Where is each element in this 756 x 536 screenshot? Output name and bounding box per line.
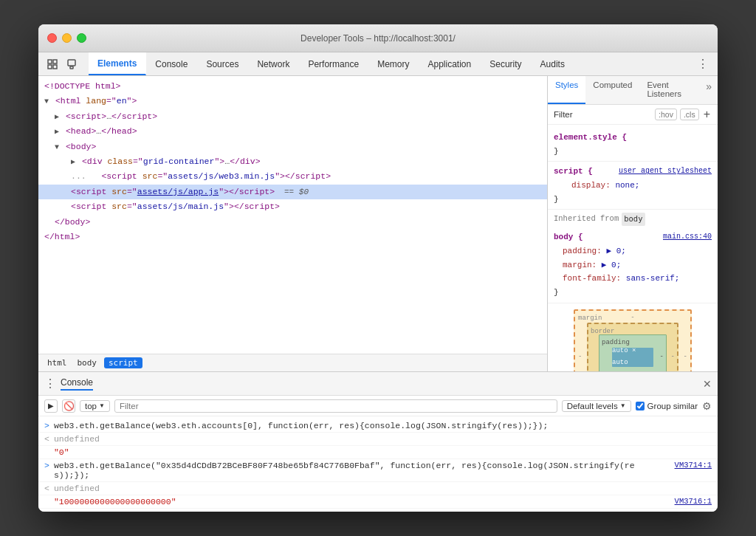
- styles-tabs: Styles Computed Event Listeners »: [548, 76, 718, 105]
- console-source-2[interactable]: VM3716:1: [675, 497, 712, 506]
- title-bar: Developer Tools – http://localhost:3001/: [38, 24, 718, 52]
- more-tabs-icon[interactable]: ⋮: [694, 57, 712, 71]
- add-style-icon[interactable]: +: [702, 108, 712, 121]
- inherited-from-label: Inherited from body: [548, 210, 718, 227]
- main-tabs: Elements Console Sources Network Perform…: [89, 52, 574, 75]
- html-triangle[interactable]: [44, 97, 49, 106]
- console-run-button[interactable]: ▶: [44, 399, 58, 413]
- group-similar-option: Group similar: [636, 402, 698, 410]
- box-content: auto × auto: [612, 348, 653, 367]
- style-block-script: script { user agent stylesheet display: …: [548, 162, 718, 210]
- chevron-down-icon: ▼: [99, 402, 105, 409]
- svg-rect-3: [53, 65, 57, 69]
- tree-div-grid[interactable]: <div class="grid-container">…</div>: [38, 154, 547, 169]
- tab-computed[interactable]: Computed: [585, 76, 639, 104]
- tab-network[interactable]: Network: [248, 52, 299, 75]
- console-entry-3: "0": [38, 446, 718, 459]
- script-source[interactable]: user agent stylesheet: [619, 165, 712, 177]
- group-similar-checkbox[interactable]: [636, 402, 645, 410]
- head-triangle[interactable]: [55, 128, 59, 136]
- tree-script-main[interactable]: <script src="assets/js/main.js"></script…: [38, 199, 547, 214]
- style-block-element: element.style { }: [548, 128, 718, 162]
- body-triangle[interactable]: [55, 143, 59, 151]
- tree-script-inline[interactable]: <script>…</script>: [38, 109, 547, 124]
- console-entry-1: > web3.eth.getBalance(web3.eth.accounts[…: [38, 419, 718, 433]
- tab-memory[interactable]: Memory: [368, 52, 419, 75]
- styles-filter-bar: Filter :hov .cls +: [548, 105, 718, 125]
- body-selector: body {: [554, 233, 583, 241]
- tree-html[interactable]: <html lang="en">: [38, 94, 547, 109]
- elements-tree[interactable]: <!DOCTYPE html> <html lang="en"> <script…: [38, 76, 547, 354]
- breadcrumb-bar: html body script: [38, 354, 547, 371]
- inspect-icon[interactable]: [44, 56, 61, 72]
- tab-application[interactable]: Application: [419, 52, 481, 75]
- elements-panel: <!DOCTYPE html> <html lang="en"> <script…: [38, 76, 548, 371]
- value-arrow-1: [44, 447, 49, 457]
- console-context-selector[interactable]: top ▼: [80, 400, 110, 412]
- pseudo-cls-button[interactable]: .cls: [680, 109, 699, 120]
- console-entry-text-6: "1000000000000000000000": [54, 497, 669, 506]
- minimize-button[interactable]: [62, 33, 72, 43]
- console-source-1[interactable]: VM3714:1: [675, 461, 712, 470]
- input-arrow-2: >: [44, 461, 49, 470]
- console-output[interactable]: > web3.eth.getBalance(web3.eth.accounts[…: [38, 416, 718, 512]
- body-source[interactable]: main.css:40: [663, 230, 712, 243]
- tree-doctype[interactable]: <!DOCTYPE html>: [38, 79, 547, 94]
- box-content-label: auto × auto: [612, 346, 653, 368]
- tab-sources[interactable]: Sources: [197, 52, 248, 75]
- console-entry-4: > web3.eth.getBalance("0x35d4dCDdB72BCeB…: [38, 459, 718, 482]
- console-level-selector[interactable]: Default levels ▼: [562, 400, 631, 412]
- device-icon[interactable]: [63, 56, 80, 72]
- tab-performance[interactable]: Performance: [299, 52, 368, 75]
- console-entry-text-5: undefined: [54, 484, 712, 493]
- console-entry-text-3: "0": [54, 447, 712, 457]
- console-tab[interactable]: Console: [61, 377, 93, 391]
- console-clear-button[interactable]: 🚫: [62, 399, 75, 413]
- console-settings-icon[interactable]: ⚙: [702, 400, 712, 412]
- svg-rect-4: [68, 60, 75, 66]
- console-menu-icon[interactable]: ⋮: [44, 377, 56, 391]
- script-selector: script {: [554, 167, 593, 176]
- div-triangle[interactable]: [71, 158, 75, 166]
- inherited-body-tag: body: [622, 213, 645, 226]
- console-toolbar: ⋮ Console ✕: [38, 372, 718, 396]
- tab-console[interactable]: Console: [146, 52, 197, 75]
- console-panel: ⋮ Console ✕ ▶ 🚫 top ▼ Default levels ▼ G…: [38, 371, 718, 512]
- tree-script-app[interactable]: <script src="assets/js/app.js"></script>…: [38, 185, 547, 200]
- tree-body-close[interactable]: </body>: [38, 215, 547, 230]
- tree-script-web3[interactable]: ... <script src="assets/js/web3.min.js">…: [38, 169, 547, 184]
- tab-audits[interactable]: Audits: [532, 52, 574, 75]
- svg-rect-1: [53, 60, 57, 63]
- styles-more-icon[interactable]: »: [700, 76, 718, 104]
- maximize-button[interactable]: [77, 33, 86, 43]
- tab-elements[interactable]: Elements: [89, 52, 146, 75]
- breadcrumb-body[interactable]: body: [75, 357, 100, 369]
- console-filter-bar: ▶ 🚫 top ▼ Default levels ▼ Group similar…: [38, 396, 718, 416]
- tab-security[interactable]: Security: [481, 52, 531, 75]
- close-button[interactable]: [47, 33, 57, 43]
- tab-bar: Elements Console Sources Network Perform…: [38, 52, 718, 76]
- console-prompt[interactable]: >: [38, 509, 718, 512]
- breadcrumb-html[interactable]: html: [44, 357, 70, 369]
- tab-styles[interactable]: Styles: [548, 76, 585, 104]
- value-arrow-2: [44, 497, 49, 506]
- tab-event-listeners[interactable]: Event Listeners: [639, 76, 700, 104]
- pseudo-hov-button[interactable]: :hov: [655, 109, 677, 120]
- traffic-lights: [47, 33, 86, 43]
- filter-label: Filter: [554, 110, 652, 119]
- tree-body-open[interactable]: <body>: [38, 140, 547, 154]
- tree-html-close[interactable]: </html>: [38, 230, 547, 244]
- styles-panel: Styles Computed Event Listeners » Filter…: [548, 76, 718, 371]
- tree-head[interactable]: <head>…</head>: [38, 124, 547, 139]
- script-inline-triangle[interactable]: [55, 113, 59, 121]
- toolbar-icons: [44, 56, 80, 72]
- response-arrow-1: <: [44, 434, 49, 444]
- console-filter-input[interactable]: [114, 399, 557, 413]
- breadcrumb-script[interactable]: script: [104, 357, 142, 368]
- window-title: Developer Tools – http://localhost:3001/: [300, 33, 456, 44]
- console-entry-5: < undefined: [38, 482, 718, 495]
- devtools-window: Developer Tools – http://localhost:3001/…: [38, 24, 718, 512]
- console-close-icon[interactable]: ✕: [703, 378, 712, 390]
- styles-content: element.style { } script { user agent st…: [548, 125, 718, 371]
- console-toolbar-right: ✕: [703, 378, 712, 390]
